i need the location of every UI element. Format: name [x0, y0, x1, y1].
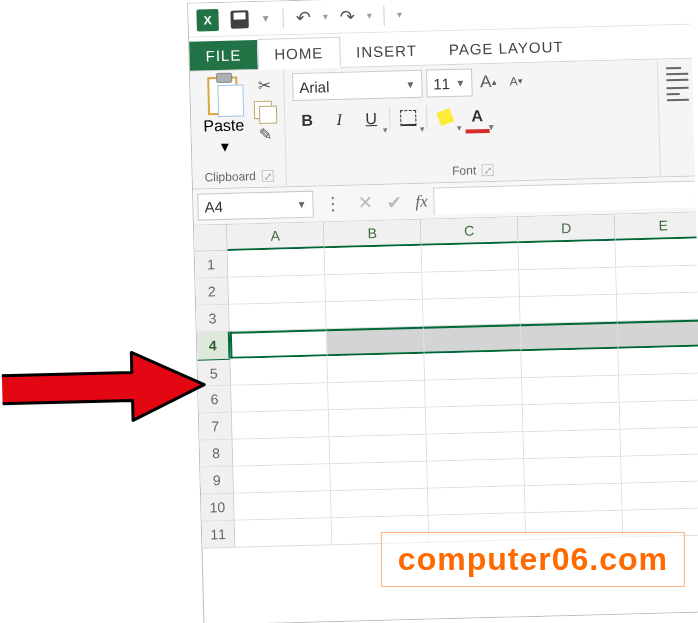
cell[interactable]: [230, 329, 328, 359]
column-header[interactable]: B: [324, 220, 422, 249]
name-box[interactable]: A4 ▼: [197, 191, 314, 221]
cell[interactable]: [228, 275, 326, 305]
cell[interactable]: [427, 432, 525, 462]
font-dialog-launcher-icon[interactable]: ⤢: [482, 164, 494, 176]
cell[interactable]: [428, 486, 526, 516]
cell[interactable]: [519, 268, 617, 298]
cell[interactable]: [229, 302, 327, 332]
decrease-font-size-button[interactable]: A▾: [504, 69, 529, 94]
cell[interactable]: [619, 373, 698, 403]
cell[interactable]: [424, 324, 522, 354]
tab-home[interactable]: HOME: [257, 37, 341, 70]
row-header[interactable]: 6: [198, 386, 232, 414]
cell[interactable]: [621, 427, 698, 457]
accept-formula-icon[interactable]: ✔: [386, 191, 402, 213]
cell[interactable]: [521, 322, 619, 352]
cell[interactable]: [618, 346, 698, 376]
save-icon[interactable]: [230, 10, 248, 28]
row-header[interactable]: 9: [200, 467, 234, 495]
cell[interactable]: [330, 462, 428, 492]
cell[interactable]: [233, 464, 331, 494]
cut-icon[interactable]: [253, 76, 275, 96]
cell[interactable]: [234, 491, 332, 521]
insert-function-button[interactable]: fx: [415, 191, 428, 211]
select-all-corner[interactable]: [194, 225, 228, 252]
formula-input[interactable]: [433, 180, 698, 214]
cell[interactable]: [427, 459, 525, 489]
cell[interactable]: [422, 243, 520, 273]
italic-button[interactable]: I: [325, 106, 354, 135]
column-header[interactable]: C: [421, 217, 519, 246]
cell[interactable]: [424, 351, 522, 381]
row-header[interactable]: 1: [195, 251, 229, 279]
undo-icon[interactable]: ↶: [295, 6, 311, 28]
undo-dropdown-icon[interactable]: ▾: [322, 11, 327, 22]
cell[interactable]: [525, 484, 623, 514]
row-header[interactable]: 8: [200, 440, 234, 468]
cell[interactable]: [327, 354, 425, 384]
cell[interactable]: [523, 403, 621, 433]
cell[interactable]: [233, 437, 331, 467]
cell[interactable]: [521, 349, 619, 379]
cell[interactable]: [524, 430, 622, 460]
font-name-combo[interactable]: Arial ▼: [292, 70, 423, 101]
align-top-icon[interactable]: [666, 67, 688, 82]
underline-button[interactable]: U▾: [357, 105, 386, 134]
row-header[interactable]: 3: [196, 305, 230, 333]
fill-color-button[interactable]: ▾: [431, 103, 460, 132]
borders-button[interactable]: ▾: [394, 104, 423, 133]
cell[interactable]: [423, 297, 521, 327]
cell[interactable]: [426, 405, 524, 435]
paste-button[interactable]: Paste ▾: [198, 74, 249, 158]
column-header[interactable]: E: [615, 212, 698, 241]
cell[interactable]: [617, 292, 698, 322]
qat-dropdown-icon[interactable]: ▼: [260, 13, 270, 24]
cell[interactable]: [231, 383, 329, 413]
cell[interactable]: [330, 435, 428, 465]
cell[interactable]: [621, 454, 698, 484]
cell[interactable]: [422, 270, 520, 300]
cell[interactable]: [232, 410, 330, 440]
cell[interactable]: [616, 238, 698, 268]
worksheet-grid[interactable]: A B C D E 1234567891011: [194, 212, 698, 548]
row-header[interactable]: 4: [197, 332, 231, 360]
cell[interactable]: [425, 378, 523, 408]
cell[interactable]: [329, 408, 427, 438]
font-size-combo[interactable]: 11 ▼: [426, 68, 473, 97]
cell[interactable]: [235, 518, 333, 548]
tab-page-layout[interactable]: PAGE LAYOUT: [433, 32, 580, 65]
row-header[interactable]: 2: [195, 278, 229, 306]
cell[interactable]: [328, 381, 426, 411]
column-header[interactable]: A: [227, 222, 325, 251]
cell[interactable]: [519, 241, 617, 271]
align-left-icon[interactable]: [667, 87, 689, 102]
cell[interactable]: [616, 265, 698, 295]
row-header[interactable]: 11: [202, 521, 236, 549]
copy-icon[interactable]: [254, 101, 276, 120]
clipboard-dialog-launcher-icon[interactable]: ⤢: [262, 170, 274, 182]
redo-dropdown-icon[interactable]: ▾: [366, 10, 371, 21]
increase-font-size-button[interactable]: A▴: [476, 70, 501, 95]
cell[interactable]: [520, 295, 618, 325]
row-header[interactable]: 5: [198, 359, 232, 387]
row-header[interactable]: 7: [199, 413, 233, 441]
cell[interactable]: [327, 327, 425, 357]
tab-file[interactable]: FILE: [189, 40, 257, 71]
cell[interactable]: [231, 356, 329, 386]
cell[interactable]: [620, 400, 698, 430]
cell[interactable]: [622, 481, 698, 511]
cell[interactable]: [331, 489, 429, 519]
bold-button[interactable]: B: [293, 106, 322, 135]
cell[interactable]: [228, 248, 326, 278]
cell[interactable]: [524, 457, 622, 487]
format-painter-icon[interactable]: [254, 125, 276, 145]
row-header[interactable]: 10: [201, 494, 235, 522]
cancel-formula-icon[interactable]: ✕: [357, 192, 373, 214]
tab-insert[interactable]: INSERT: [340, 35, 433, 66]
cell[interactable]: [522, 376, 620, 406]
cell[interactable]: [325, 246, 423, 276]
cell[interactable]: [618, 319, 698, 349]
cell[interactable]: [325, 273, 423, 303]
cell[interactable]: [326, 300, 424, 330]
redo-icon[interactable]: ↷: [339, 5, 355, 27]
